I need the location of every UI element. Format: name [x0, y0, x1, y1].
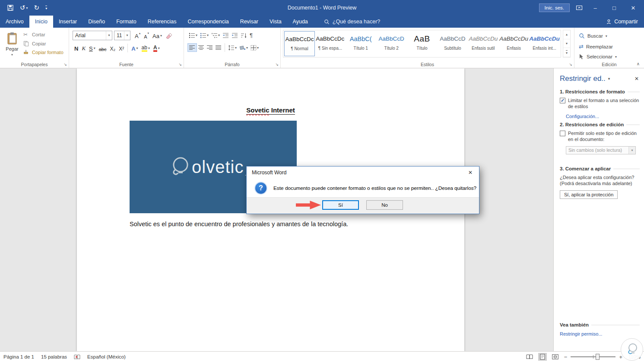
ribbon-display-options-button[interactable] [576, 4, 583, 11]
styles-dialog-launcher[interactable]: ↘ [569, 62, 572, 67]
bullets-button[interactable]: ▾ [187, 31, 199, 40]
style-titulo-2[interactable]: AaBbCcDTítulo 2 [376, 31, 407, 56]
maximize-button[interactable]: □ [608, 5, 621, 11]
undo-dropdown-icon[interactable]: ▾ [26, 6, 28, 10]
find-button[interactable]: Buscar▾ [579, 33, 607, 39]
copy-button[interactable]: Copiar [23, 41, 63, 46]
styles-scroll-up[interactable]: ▴ [563, 30, 570, 39]
close-button[interactable]: ✕ [627, 5, 640, 11]
select-button[interactable]: Seleccionar▾ [579, 54, 617, 60]
customize-qat-button[interactable]: ▾ [45, 6, 47, 10]
style-subtitulo[interactable]: AaBbCcDSubtítulo [437, 31, 468, 56]
underline-button[interactable]: S▾ [87, 43, 97, 53]
paste-button[interactable]: Pegar ▾ [3, 30, 22, 62]
subscript-button[interactable]: X₂ [108, 43, 117, 53]
numbering-button[interactable]: ▾ [199, 31, 210, 40]
align-center-button[interactable] [197, 44, 206, 51]
tab-correspondencia[interactable]: Correspondencia [182, 16, 234, 28]
tab-vista[interactable]: Vista [264, 16, 287, 28]
grow-font-button[interactable]: A▴ [133, 31, 142, 40]
zoom-slider[interactable] [571, 356, 615, 357]
redo-button[interactable]: ↻ [34, 4, 40, 12]
replace-icon: ⇄ [579, 43, 584, 50]
tab-formato[interactable]: Formato [111, 16, 142, 28]
style-enfasis-sutil[interactable]: AaBbCcDuÉnfasis sutil [468, 31, 498, 56]
tab-insertar[interactable]: Insertar [53, 16, 82, 28]
highlight-button[interactable]: ab▾ [140, 43, 152, 53]
align-right-button[interactable] [206, 44, 214, 51]
borders-button[interactable]: ▾ [249, 44, 260, 52]
line-spacing-button[interactable]: ▾ [227, 44, 238, 52]
pane-menu-icon[interactable]: ▾ [608, 77, 610, 81]
sort-button[interactable] [239, 31, 248, 40]
settings-link[interactable]: Configuración... [566, 114, 599, 119]
style-titulo[interactable]: AaBTítulo [407, 31, 438, 56]
font-color-button[interactable]: A▾ [152, 43, 162, 53]
change-case-button[interactable]: Aa▾ [151, 31, 164, 40]
styles-scroll-down[interactable]: ▾ [563, 39, 570, 48]
shading-button[interactable]: ▾ [238, 44, 249, 52]
show-marks-button[interactable]: ¶ [248, 31, 254, 40]
decrease-indent-button[interactable] [221, 31, 230, 40]
tab-ayuda[interactable]: Ayuda [287, 16, 314, 28]
replace-button[interactable]: ⇄ Reemplazar [579, 43, 613, 50]
styles-gallery-expand[interactable]: ▾ [563, 48, 570, 57]
justify-button[interactable] [214, 44, 223, 51]
paste-dropdown-icon[interactable]: ▾ [11, 53, 13, 57]
undo-button[interactable]: ↺▾ [20, 4, 28, 12]
dialog-yes-button[interactable]: Sí [322, 200, 359, 210]
shrink-font-button[interactable]: A▾ [142, 31, 151, 40]
language-indicator[interactable]: Español (México) [87, 354, 126, 359]
clipboard-dialog-launcher[interactable]: ↘ [63, 62, 67, 67]
clear-formatting-button[interactable] [164, 31, 174, 40]
minimize-button[interactable]: – [589, 5, 602, 11]
italic-button[interactable]: K [80, 43, 87, 53]
increase-indent-button[interactable] [230, 31, 239, 40]
multilevel-list-button[interactable]: ▾ [210, 31, 221, 40]
read-mode-button[interactable] [525, 353, 534, 361]
font-size-combo[interactable]: 11▾ [114, 31, 130, 40]
checkbox-unchecked[interactable] [560, 131, 565, 136]
strikethrough-button[interactable]: abc [97, 43, 108, 53]
proofing-status[interactable] [74, 354, 80, 360]
editing-type-dropdown[interactable]: Sin cambios (solo lectura) ▾ [566, 146, 636, 154]
format-painter-button[interactable]: Copiar formato [23, 49, 63, 55]
restrict-permission-link[interactable]: Restringir permiso... [560, 331, 602, 336]
align-left-button[interactable] [187, 43, 197, 52]
zoom-out-button[interactable]: − [564, 354, 568, 360]
word-count[interactable]: 15 palabras [41, 354, 67, 359]
tab-referencias[interactable]: Referencias [142, 16, 182, 28]
bold-button[interactable]: N [73, 43, 80, 53]
dialog-close-button[interactable]: ✕ [462, 167, 479, 179]
limit-format-checkbox-row[interactable]: ✓ Limitar el formato a una selección de … [560, 98, 640, 110]
editing-type-checkbox-row[interactable]: Permitir solo este tipo de edición en el… [560, 131, 640, 143]
sign-in-button[interactable]: Inic. ses. [539, 3, 570, 12]
tab-diseno[interactable]: Diseño [82, 16, 111, 28]
paragraph-dialog-launcher[interactable]: ↘ [275, 62, 279, 67]
style-enfasis-intenso[interactable]: AaBbCcDuÉnfasis int... [529, 31, 560, 56]
style-enfasis[interactable]: AaBbCcDuÉnfasis [498, 31, 529, 56]
print-layout-button[interactable] [538, 353, 547, 361]
font-family-combo[interactable]: Arial▾ [73, 31, 112, 40]
collapse-ribbon-button[interactable]: ∧ [637, 61, 640, 66]
tab-archivo[interactable]: Archivo [0, 16, 29, 28]
text-effects-button[interactable]: A▾ [130, 43, 140, 53]
cut-button[interactable]: ✂Cortar [23, 32, 63, 38]
page-indicator[interactable]: Página 1 de 1 [3, 354, 34, 359]
tell-me-search[interactable]: ¿Qué desea hacer? [324, 19, 381, 25]
font-dialog-launcher[interactable]: ↘ [178, 62, 182, 67]
tab-revisar[interactable]: Revisar [235, 16, 264, 28]
tab-inicio[interactable]: Inicio [29, 16, 53, 28]
save-button[interactable] [7, 4, 14, 11]
style-titulo-1[interactable]: AaBbC(Título 1 [346, 31, 376, 56]
pane-close-button[interactable]: ✕ [634, 76, 639, 82]
web-layout-button[interactable] [551, 353, 560, 361]
superscript-button[interactable]: X² [117, 43, 126, 53]
share-button[interactable]: Compartir [606, 19, 638, 25]
apply-protection-button[interactable]: Sí, aplicar la protección [560, 190, 618, 199]
style-sin-espaciado[interactable]: AaBbCcDc¶ Sin espa... [315, 31, 346, 56]
style-normal[interactable]: AaBbCcDc¶ Normal [284, 31, 315, 56]
dialog-no-button[interactable]: No [366, 200, 403, 210]
zoom-slider-thumb[interactable] [596, 354, 600, 360]
checkbox-checked[interactable]: ✓ [560, 98, 565, 103]
